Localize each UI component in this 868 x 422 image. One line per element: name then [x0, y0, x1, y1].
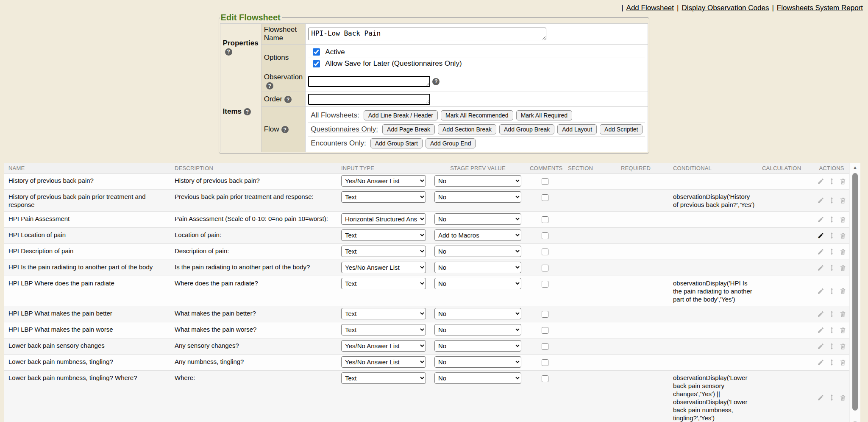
move-row-icon[interactable] [828, 394, 835, 402]
edit-pencil-icon[interactable] [817, 343, 824, 350]
input-type-select[interactable]: Yes/No Answer List [341, 356, 426, 368]
edit-pencil-icon[interactable] [817, 327, 824, 334]
move-row-icon[interactable] [828, 264, 835, 272]
comments-checkbox[interactable] [542, 327, 548, 334]
stage-prev-value-select[interactable]: No [434, 324, 521, 335]
input-type-select[interactable]: Yes/No Answer List [341, 262, 426, 273]
delete-trash-icon[interactable] [839, 232, 846, 240]
move-row-icon[interactable] [828, 196, 835, 204]
comments-checkbox[interactable] [542, 311, 548, 318]
edit-pencil-icon[interactable] [817, 248, 824, 255]
move-row-icon[interactable] [828, 248, 835, 256]
scrollbar[interactable]: ▲ ▼ [849, 163, 860, 422]
edit-pencil-icon[interactable] [817, 264, 824, 271]
delete-trash-icon[interactable] [839, 327, 846, 334]
move-row-icon[interactable] [828, 232, 835, 240]
add-page-break-button[interactable]: Add Page Break [382, 124, 435, 134]
stage-prev-value-select[interactable]: No [434, 340, 521, 352]
mark-all-required-button[interactable]: Mark All Required [516, 110, 573, 120]
delete-trash-icon[interactable] [839, 343, 846, 350]
stage-prev-value-select[interactable]: Add to Macros [434, 229, 521, 241]
delete-trash-icon[interactable] [839, 216, 846, 224]
input-type-select[interactable]: Yes/No Answer List [341, 175, 426, 187]
input-type-select[interactable]: Text [341, 246, 426, 257]
add-line-break-header-button[interactable]: Add Line Break / Header [364, 110, 438, 120]
help-icon[interactable]: ? [225, 48, 232, 56]
comments-checkbox[interactable] [542, 359, 548, 366]
stage-prev-value-select[interactable]: No [434, 213, 521, 225]
add-group-end-button[interactable]: Add Group End [426, 138, 476, 148]
edit-pencil-icon[interactable] [817, 232, 824, 239]
scrollbar-thumb[interactable] [852, 173, 858, 411]
help-icon[interactable]: ? [244, 108, 251, 115]
scroll-up-icon[interactable]: ▲ [850, 164, 860, 171]
input-type-select[interactable]: Text [341, 229, 426, 241]
input-type-select[interactable]: Text [341, 278, 426, 289]
help-icon[interactable]: ? [281, 126, 289, 133]
edit-pencil-icon[interactable] [817, 216, 824, 223]
scroll-down-icon[interactable]: ▼ [850, 419, 860, 422]
add-group-break-button[interactable]: Add Group Break [499, 124, 554, 134]
comments-checkbox[interactable] [542, 265, 548, 271]
input-type-select[interactable]: Text [341, 372, 426, 384]
comments-checkbox[interactable] [542, 216, 548, 223]
comments-checkbox[interactable] [542, 343, 548, 350]
order-input[interactable] [308, 94, 430, 105]
delete-trash-icon[interactable] [839, 197, 846, 204]
add-section-break-button[interactable]: Add Section Break [438, 124, 496, 134]
help-icon[interactable]: ? [266, 82, 273, 89]
add-group-start-button[interactable]: Add Group Start [370, 138, 423, 148]
delete-trash-icon[interactable] [839, 248, 846, 256]
edit-pencil-icon[interactable] [817, 310, 824, 318]
option-checkbox[interactable] [313, 48, 320, 56]
comments-checkbox[interactable] [542, 375, 548, 382]
move-row-icon[interactable] [828, 358, 835, 366]
delete-trash-icon[interactable] [839, 359, 846, 366]
edit-pencil-icon[interactable] [817, 178, 824, 185]
comments-checkbox[interactable] [542, 194, 548, 201]
move-row-icon[interactable] [828, 342, 835, 350]
help-icon[interactable]: ? [284, 96, 292, 103]
move-row-icon[interactable] [828, 177, 835, 185]
stage-prev-value-select[interactable]: No [434, 175, 521, 187]
stage-prev-value-select[interactable]: No [434, 246, 521, 257]
observation-input[interactable] [308, 76, 430, 87]
stage-prev-value-select[interactable]: No [434, 191, 521, 203]
delete-trash-icon[interactable] [839, 264, 846, 272]
comments-checkbox[interactable] [542, 232, 548, 239]
edit-pencil-icon[interactable] [817, 288, 824, 295]
flowsheet-name-input[interactable]: HPI-Low Back Pain [308, 28, 546, 40]
move-row-icon[interactable] [828, 326, 835, 334]
move-row-icon[interactable] [828, 287, 835, 295]
add-layout-button[interactable]: Add Layout [557, 124, 597, 134]
stage-prev-value-select[interactable]: No [434, 262, 521, 273]
input-type-select[interactable]: Text [341, 191, 426, 203]
delete-trash-icon[interactable] [839, 394, 846, 402]
comments-checkbox[interactable] [542, 249, 548, 255]
edit-pencil-icon[interactable] [817, 359, 824, 366]
mark-all-recommended-button[interactable]: Mark All Recommended [441, 110, 513, 120]
stage-prev-value-select[interactable]: No [434, 372, 521, 384]
nav-link-add-flowsheet[interactable]: Add Flowsheet [626, 4, 674, 12]
option-checkbox[interactable] [313, 60, 320, 67]
add-scriptlet-button[interactable]: Add Scriptlet [600, 124, 643, 134]
comments-checkbox[interactable] [542, 281, 548, 288]
delete-trash-icon[interactable] [839, 178, 846, 185]
edit-pencil-icon[interactable] [817, 197, 824, 204]
input-type-select[interactable]: Text [341, 308, 426, 319]
stage-prev-value-select[interactable]: No [434, 278, 521, 289]
move-row-icon[interactable] [828, 215, 835, 224]
nav-link-display-observation-codes[interactable]: Display Observation Codes [682, 4, 769, 12]
comments-checkbox[interactable] [542, 178, 548, 185]
edit-pencil-icon[interactable] [817, 394, 824, 401]
nav-link-flowsheets-system-report[interactable]: Flowsheets System Report [777, 4, 863, 12]
delete-trash-icon[interactable] [839, 310, 846, 318]
help-icon[interactable]: ? [432, 78, 440, 85]
stage-prev-value-select[interactable]: No [434, 308, 521, 319]
stage-prev-value-select[interactable]: No [434, 356, 521, 368]
input-type-select[interactable]: Yes/No Answer List [341, 340, 426, 352]
input-type-select[interactable]: Text [341, 324, 426, 335]
input-type-select[interactable]: Horizontal Structured Ans [341, 213, 426, 225]
move-row-icon[interactable] [828, 310, 835, 318]
delete-trash-icon[interactable] [839, 287, 846, 295]
